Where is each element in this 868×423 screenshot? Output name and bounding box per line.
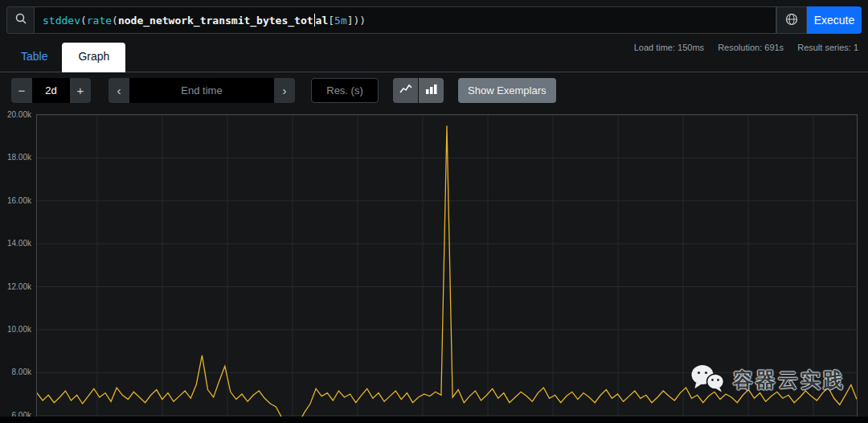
line-chart-icon: [399, 84, 412, 97]
query-token-paren: (: [112, 14, 118, 27]
resolution: Resolution: 691s: [718, 43, 784, 52]
metrics-explorer-button[interactable]: [776, 6, 807, 34]
query-token-metric: al: [316, 14, 329, 27]
tab-bar: Table Graph: [6, 43, 125, 72]
query-token-metric: node_network_transmit_bytes_tot: [118, 14, 313, 27]
y-axis-label: 16.00k: [7, 196, 31, 205]
increase-range-button[interactable]: +: [70, 78, 91, 103]
tab-graph[interactable]: Graph: [62, 43, 125, 72]
range-input[interactable]: [32, 78, 70, 103]
expression-input[interactable]: stddev(rate(node_network_transmit_bytes_…: [34, 6, 776, 34]
search-icon: [15, 13, 27, 27]
query-token-paren: )): [354, 14, 366, 27]
query-stats: Load time: 150ms Resolution: 691s Result…: [623, 43, 858, 52]
watermark: 容器云实践: [690, 363, 845, 396]
query-token-bracket: [: [328, 14, 334, 27]
next-time-button[interactable]: ›: [274, 78, 295, 103]
load-time: Load time: 150ms: [634, 43, 704, 52]
bottom-strip: [0, 417, 868, 423]
line-graph-button[interactable]: [393, 78, 418, 103]
graph-type-group: [393, 78, 444, 103]
y-axis-label: 8.00k: [12, 368, 31, 376]
query-token-bracket: ]: [347, 14, 354, 27]
prev-time-button[interactable]: ‹: [108, 78, 129, 103]
search-addon: [6, 6, 34, 34]
y-axis-label: 12.00k: [7, 282, 31, 291]
y-axis-label: 10.00k: [7, 325, 31, 334]
prometheus-graph-page: stddev(rate(node_network_transmit_bytes_…: [0, 0, 868, 423]
y-axis-label: 20.00k: [7, 110, 31, 119]
text-cursor: [314, 14, 315, 27]
stacked-graph-button[interactable]: [419, 78, 444, 103]
decrease-range-button[interactable]: −: [11, 78, 32, 103]
watermark-text: 容器云实践: [733, 367, 845, 393]
tabbar-divider: [0, 72, 868, 72]
graph-controls: − + ‹ ›: [11, 78, 556, 103]
query-bar: stddev(rate(node_network_transmit_bytes_…: [6, 6, 862, 34]
range-group: − +: [11, 78, 91, 103]
query-token-function: rate: [87, 14, 112, 27]
execute-button[interactable]: Execute: [807, 6, 862, 34]
resolution-input[interactable]: [311, 78, 379, 103]
query-token-function: stddev: [43, 14, 80, 27]
end-time-group: ‹ ›: [108, 78, 295, 103]
query-token-duration: 5m: [334, 14, 347, 27]
wechat-icon: [690, 363, 725, 396]
y-axis: 20.00k18.00k16.00k14.00k12.00k10.00k8.00…: [0, 115, 34, 421]
bar-chart-icon: [425, 84, 438, 97]
globe-icon: [785, 13, 798, 28]
y-axis-label: 18.00k: [7, 153, 31, 162]
end-time-input[interactable]: [129, 78, 274, 103]
show-exemplars-button[interactable]: Show Exemplars: [458, 78, 556, 103]
result-series: Result series: 1: [797, 43, 858, 52]
y-axis-label: 14.00k: [7, 239, 31, 248]
query-token-paren: (: [80, 14, 87, 27]
tab-table[interactable]: Table: [6, 43, 62, 72]
